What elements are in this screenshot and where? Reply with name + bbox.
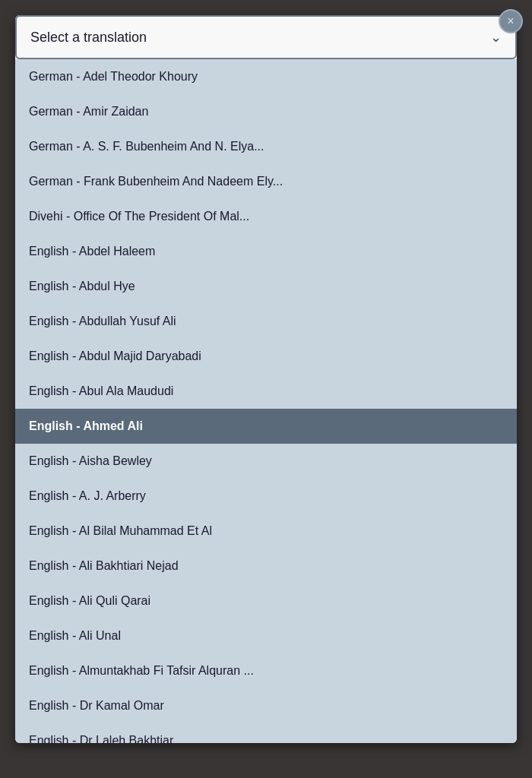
close-button[interactable]: × [499, 9, 523, 33]
list-item[interactable]: English - Abdul Hye [15, 269, 517, 304]
list-item[interactable]: English - Ali Quli Qarai [15, 584, 517, 618]
list-item[interactable]: English - Ali Unal [15, 618, 517, 653]
list-item[interactable]: English - Abul Ala Maududi [15, 374, 517, 409]
select-header[interactable]: Select a translation ⌄ [15, 15, 517, 59]
list-item[interactable]: Divehi - Office Of The President Of Mal.… [15, 199, 517, 234]
list-item[interactable]: German - Amir Zaidan [15, 94, 517, 129]
list-item[interactable]: German - Adel Theodor Khoury [15, 59, 517, 94]
list-item[interactable]: English - Ali Bakhtiari Nejad [15, 549, 517, 584]
list-item[interactable]: German - Frank Bubenheim And Nadeem Ely.… [15, 164, 517, 199]
list-item[interactable]: English - Abdel Haleem [15, 234, 517, 269]
chevron-down-icon: ⌄ [490, 29, 502, 46]
select-container: Select a translation ⌄ German - Adel The… [15, 15, 517, 743]
list-item[interactable]: English - Ahmed Ali [15, 409, 517, 444]
close-icon: × [507, 15, 514, 27]
select-placeholder: Select a translation [30, 30, 147, 46]
list-item[interactable]: English - Dr Kamal Omar [15, 688, 517, 723]
list-item[interactable]: English - Aisha Bewley [15, 444, 517, 479]
list-item[interactable]: English - Abdul Majid Daryabadi [15, 339, 517, 374]
list-item[interactable]: English - Al Bilal Muhammad Et Al [15, 514, 517, 549]
list-item[interactable]: English - Almuntakhab Fi Tafsir Alquran … [15, 653, 517, 688]
dropdown-list: German - Adel Theodor KhouryGerman - Ami… [15, 59, 517, 743]
list-item[interactable]: English - A. J. Arberry [15, 479, 517, 514]
list-item[interactable]: English - Abdullah Yusuf Ali [15, 304, 517, 339]
list-item[interactable]: German - A. S. F. Bubenheim And N. Elya.… [15, 129, 517, 164]
list-item[interactable]: English - Dr Laleh Bakhtiar [15, 723, 517, 743]
modal-overlay: × Select a translation ⌄ German - Adel T… [15, 15, 517, 743]
